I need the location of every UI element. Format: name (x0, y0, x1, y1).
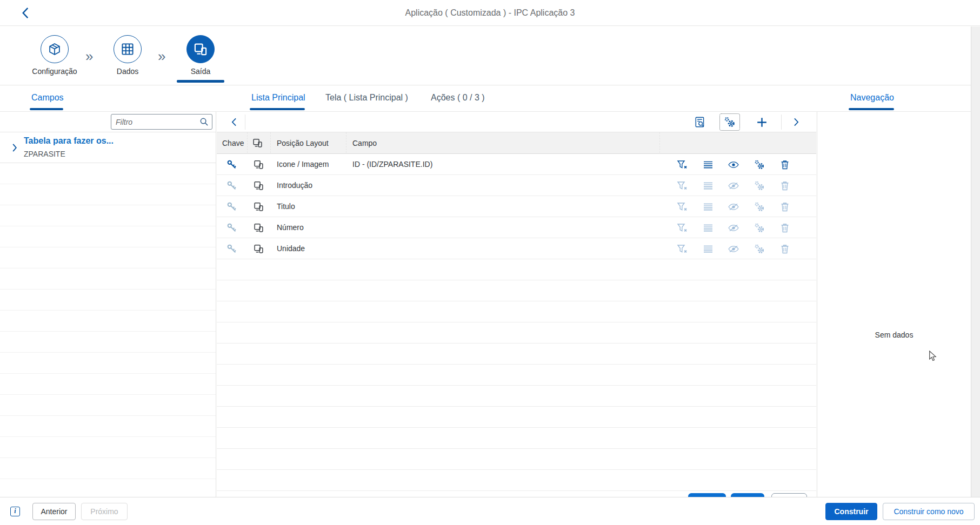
page-title: Aplicação ( Customizada ) - IPC Aplicaçã… (0, 0, 980, 26)
text-lines-icon[interactable] (702, 180, 714, 192)
devices-icon[interactable] (254, 180, 264, 191)
navigation-panel: Sem dados (817, 112, 971, 497)
wizard-step-configuracao[interactable]: Configuração (25, 35, 84, 76)
devices-icon[interactable] (254, 223, 264, 233)
row-actions (676, 154, 791, 175)
build-button[interactable]: Construir (825, 503, 877, 520)
previous-button[interactable]: Anterior (32, 503, 76, 520)
key-icon[interactable] (226, 223, 237, 233)
key-icon[interactable] (226, 201, 237, 212)
text-lines-icon[interactable] (702, 159, 714, 171)
main-list-panel: Chave Posição Layout Campo (217, 112, 816, 497)
chevron-right-icon[interactable] (11, 144, 18, 151)
filter-clear-icon[interactable] (676, 243, 688, 255)
wizard-step-label: Configuração (25, 67, 84, 76)
tab-tela-lista-principal[interactable]: Tela ( Lista Principal ) (325, 93, 408, 103)
visibility-off-icon[interactable] (728, 222, 739, 234)
settings-gears-icon[interactable] (719, 113, 740, 131)
search-icon[interactable] (199, 117, 209, 126)
next-button: Próximo (81, 503, 128, 520)
devices-icon[interactable] (254, 201, 264, 212)
cutoff-button[interactable] (688, 493, 726, 497)
tree-item-title: Tabela para fazer os... (24, 136, 114, 146)
top-header-bar: Aplicação ( Customizada ) - IPC Aplicaçã… (0, 0, 980, 26)
layout-position-cell: Número (277, 217, 304, 238)
active-step-indicator (177, 80, 224, 83)
layout-position-cell: Introdução (277, 175, 312, 196)
visibility-icon[interactable] (728, 159, 739, 171)
field-cell: ID - (ID/ZPARASITE.ID) (352, 154, 432, 175)
text-lines-icon[interactable] (702, 243, 714, 255)
table-empty-rows (217, 259, 816, 497)
footer-bar: i Anterior Próximo Construir Construir c… (0, 497, 980, 525)
devices-icon[interactable] (254, 159, 264, 170)
key-icon[interactable] (226, 244, 237, 254)
add-icon[interactable] (755, 116, 768, 129)
table-row[interactable]: Introdução (217, 175, 816, 196)
wizard-step-dados[interactable]: Dados (98, 35, 157, 76)
table-grid-icon (114, 35, 142, 63)
filter-clear-icon[interactable] (676, 180, 688, 192)
tab-acoes[interactable]: Ações ( 0 / 3 ) (431, 93, 485, 103)
table-row[interactable]: Titulo (217, 196, 816, 217)
cutoff-button[interactable] (731, 493, 764, 497)
tab-lista-principal-underline (250, 108, 305, 110)
cutoff-button[interactable] (771, 493, 807, 497)
build-as-new-button[interactable]: Construir como novo (883, 503, 975, 520)
no-data-text: Sem dados (817, 331, 971, 339)
text-lines-icon[interactable] (702, 222, 714, 234)
tab-navegacao[interactable]: Navegação (850, 93, 894, 103)
layout-position-cell: Titulo (277, 196, 295, 217)
settings-gears-icon[interactable] (754, 222, 765, 234)
table-search-icon[interactable] (694, 116, 706, 129)
application-window: Aplicação ( Customizada ) - IPC Aplicaçã… (0, 0, 980, 525)
filter-input[interactable] (116, 115, 197, 129)
info-icon[interactable]: i (10, 507, 20, 516)
delete-icon[interactable] (779, 243, 791, 255)
column-header-posicao-layout: Posição Layout (277, 132, 329, 154)
chevron-right-icon[interactable] (790, 116, 803, 129)
column-header-chave: Chave (222, 132, 244, 154)
step-separator-icon: » (85, 48, 93, 65)
table-row[interactable]: Unidade (217, 238, 816, 259)
visibility-off-icon[interactable] (728, 201, 739, 213)
table-row[interactable]: Número (217, 217, 816, 238)
settings-gears-icon[interactable] (754, 201, 765, 213)
devices-icon (252, 138, 263, 148)
fields-sidebar: Tabela para fazer os... ZPARASITE (0, 112, 216, 497)
visibility-off-icon[interactable] (728, 243, 739, 255)
tree-item-zparasite[interactable]: Tabela para fazer os... ZPARASITE (0, 132, 216, 163)
delete-icon[interactable] (779, 159, 791, 171)
settings-gears-icon[interactable] (754, 159, 765, 171)
toolbar-separator (245, 115, 245, 130)
key-icon[interactable] (226, 159, 237, 170)
delete-icon[interactable] (779, 180, 791, 192)
layout-position-cell: Unidade (277, 238, 305, 259)
devices-icon[interactable] (254, 244, 264, 254)
table-row[interactable]: Icone / Imagem ID - (ID/ZPARASITE.ID) (217, 154, 816, 175)
settings-gears-icon[interactable] (754, 180, 765, 192)
tab-campos[interactable]: Campos (31, 93, 64, 103)
toolbar-back-icon[interactable] (228, 116, 241, 129)
tab-campos-underline (30, 108, 63, 110)
delete-icon[interactable] (779, 201, 791, 213)
text-lines-icon[interactable] (702, 201, 714, 213)
vertical-scrollbar[interactable] (971, 26, 980, 497)
list-toolbar (217, 112, 816, 132)
row-actions (676, 217, 791, 238)
filter-clear-icon[interactable] (676, 201, 688, 213)
delete-icon[interactable] (779, 222, 791, 234)
filter-clear-icon[interactable] (676, 159, 688, 171)
key-icon[interactable] (226, 180, 237, 191)
wizard-step-saida[interactable]: Saída (171, 35, 230, 76)
tab-navegacao-underline (849, 108, 894, 110)
visibility-off-icon[interactable] (728, 180, 739, 192)
tab-strip: Campos Lista Principal Tela ( Lista Prin… (0, 86, 971, 112)
tab-lista-principal[interactable]: Lista Principal (251, 93, 305, 103)
wizard-step-label: Saída (171, 67, 230, 76)
tree-item-subtitle: ZPARASITE (24, 150, 65, 158)
wizard-step-bar: Configuração » Dados » Saída (0, 26, 971, 85)
filter-clear-icon[interactable] (676, 222, 688, 234)
layout-position-cell: Icone / Imagem (277, 154, 329, 175)
settings-gears-icon[interactable] (754, 243, 765, 255)
